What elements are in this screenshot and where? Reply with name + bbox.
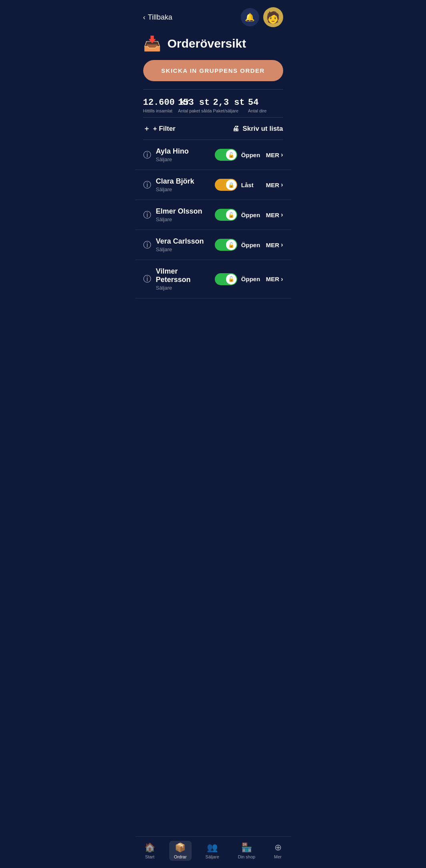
- nav-item-dinshop[interactable]: 🏪 Din shop: [233, 841, 260, 861]
- avatar[interactable]: 🧑: [263, 7, 283, 27]
- nav-item-start[interactable]: 🏠 Start: [140, 841, 160, 861]
- mer-label: MER: [266, 276, 279, 282]
- nav-label-start: Start: [145, 854, 154, 859]
- mer-button[interactable]: MER ›: [266, 151, 283, 158]
- mer-label: MER: [266, 152, 279, 158]
- stat-direct: 54 Antal dire: [248, 98, 283, 113]
- info-icon[interactable]: ⓘ: [143, 274, 151, 284]
- stat-per-seller-value: 2,3 st: [213, 98, 248, 108]
- chevron-right-icon: ›: [281, 211, 283, 218]
- mer-label: MER: [266, 242, 279, 248]
- chevron-right-icon: ›: [281, 151, 283, 158]
- stat-collected-label: Hittills insamlat: [143, 108, 178, 113]
- mer-button[interactable]: MER ›: [266, 211, 283, 218]
- seller-name: Vilmer Petersson: [156, 267, 210, 284]
- stat-direct-value: 54: [248, 98, 283, 108]
- stat-packets-label: Antal paket sålda: [178, 108, 213, 113]
- home-icon: 🏠: [144, 842, 155, 853]
- mer-button[interactable]: MER ›: [266, 181, 283, 188]
- more-icon: ⊕: [274, 842, 282, 853]
- info-icon[interactable]: ⓘ: [143, 210, 151, 220]
- nav-item-ordrar[interactable]: 📦 Ordrar: [169, 841, 192, 861]
- submit-group-order-button[interactable]: SKICKA IN GRUPPENS ORDER: [143, 60, 283, 81]
- filter-row: ＋ + Filter 🖨 Skriv ut lista: [135, 118, 291, 140]
- seller-role: Säljare: [156, 156, 210, 162]
- filter-label: + Filter: [153, 125, 176, 133]
- info-icon[interactable]: ⓘ: [143, 180, 151, 190]
- seller-details: Vilmer Petersson Säljare: [156, 267, 210, 291]
- seller-item: ⓘ Elmer Olsson Säljare 🔓 Öppen MER ›: [135, 200, 291, 230]
- nav-label-mer: Mer: [274, 854, 282, 859]
- cta-section: SKICKA IN GRUPPENS ORDER: [135, 60, 291, 89]
- status-label: Öppen: [241, 152, 262, 158]
- status-label: Låst: [241, 182, 262, 188]
- seller-details: Clara Björk Säljare: [156, 177, 210, 192]
- stats-section: 12.600 kr Hittills insamlat 153 st Antal…: [135, 90, 291, 117]
- seller-right: 🔓 Öppen MER ›: [215, 273, 283, 285]
- filter-button[interactable]: ＋ + Filter: [143, 124, 176, 133]
- seller-name: Ayla Hino: [156, 147, 210, 156]
- seller-name: Vera Carlsson: [156, 237, 210, 246]
- page-title: Orderöversikt: [168, 37, 246, 50]
- seller-right: 🔓 Öppen MER ›: [215, 239, 283, 251]
- seller-role: Säljare: [156, 216, 210, 222]
- seller-right: 🔒 Låst MER ›: [215, 179, 283, 191]
- spacer: [135, 298, 291, 334]
- nav-label-ordrar: Ordrar: [174, 854, 187, 859]
- mer-button[interactable]: MER ›: [266, 276, 283, 283]
- back-button[interactable]: ‹ Tillbaka: [143, 13, 172, 22]
- chevron-right-icon: ›: [281, 181, 283, 188]
- stat-direct-label: Antal dire: [248, 108, 283, 113]
- info-icon[interactable]: ⓘ: [143, 150, 151, 160]
- status-toggle[interactable]: 🔓: [215, 209, 237, 221]
- chevron-right-icon: ›: [281, 241, 283, 248]
- seller-name: Elmer Olsson: [156, 207, 210, 216]
- bell-icon: 🔔: [245, 12, 255, 22]
- status-toggle[interactable]: 🔓: [215, 149, 237, 161]
- seller-role: Säljare: [156, 285, 210, 291]
- print-button[interactable]: 🖨 Skriv ut lista: [232, 125, 283, 133]
- page-title-section: 📥 Orderöversikt: [135, 31, 291, 60]
- seller-details: Vera Carlsson Säljare: [156, 237, 210, 252]
- nav-item-mer[interactable]: ⊕ Mer: [269, 841, 286, 861]
- mer-label: MER: [266, 212, 279, 218]
- mer-label: MER: [266, 182, 279, 188]
- title-icon: 📥: [143, 35, 161, 52]
- nav-label-saljare: Säljare: [206, 854, 219, 859]
- status-toggle[interactable]: 🔓: [215, 239, 237, 251]
- seller-right: 🔓 Öppen MER ›: [215, 209, 283, 221]
- status-label: Öppen: [241, 212, 262, 218]
- seller-item: ⓘ Vilmer Petersson Säljare 🔓 Öppen MER ›: [135, 260, 291, 298]
- seller-role: Säljare: [156, 246, 210, 252]
- stat-collected-value: 12.600 kr: [143, 98, 178, 108]
- notification-button[interactable]: 🔔: [241, 8, 259, 26]
- stat-packets-value: 153 st: [178, 98, 213, 108]
- seller-list: ⓘ Ayla Hino Säljare 🔓 Öppen MER › ⓘ Clar…: [135, 140, 291, 298]
- nav-item-saljare[interactable]: 👥 Säljare: [201, 841, 224, 861]
- seller-item: ⓘ Clara Björk Säljare 🔒 Låst MER ›: [135, 170, 291, 200]
- seller-details: Ayla Hino Säljare: [156, 147, 210, 162]
- shop-icon: 🏪: [241, 842, 252, 853]
- seller-role: Säljare: [156, 186, 210, 192]
- nav-label-dinshop: Din shop: [238, 854, 255, 859]
- status-toggle[interactable]: 🔓: [215, 273, 237, 285]
- info-icon[interactable]: ⓘ: [143, 240, 151, 250]
- status-label: Öppen: [241, 276, 262, 282]
- chevron-left-icon: ‹: [143, 13, 146, 22]
- seller-item: ⓘ Vera Carlsson Säljare 🔓 Öppen MER ›: [135, 230, 291, 260]
- plus-icon: ＋: [143, 124, 150, 133]
- bottom-nav: 🏠 Start 📦 Ordrar 👥 Säljare 🏪 Din shop ⊕ …: [135, 836, 291, 868]
- orders-icon: 📦: [175, 842, 186, 853]
- mer-button[interactable]: MER ›: [266, 241, 283, 248]
- sellers-icon: 👥: [207, 842, 218, 853]
- seller-details: Elmer Olsson Säljare: [156, 207, 210, 222]
- avatar-emoji: 🧑: [266, 11, 280, 24]
- status-label: Öppen: [241, 242, 262, 248]
- header-actions: 🔔 🧑: [241, 7, 283, 27]
- stat-collected: 12.600 kr Hittills insamlat: [143, 98, 178, 113]
- header: ‹ Tillbaka 🔔 🧑: [135, 0, 291, 31]
- seller-right: 🔓 Öppen MER ›: [215, 149, 283, 161]
- status-toggle[interactable]: 🔒: [215, 179, 237, 191]
- printer-icon: 🖨: [232, 125, 239, 133]
- print-label: Skriv ut lista: [242, 125, 283, 133]
